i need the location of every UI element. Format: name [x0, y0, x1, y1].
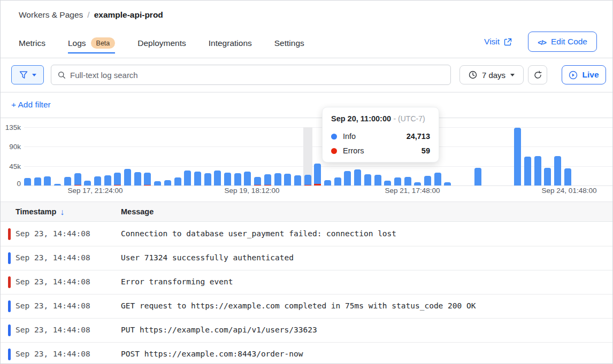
- chart-bar[interactable]: [524, 157, 531, 185]
- chart-bar[interactable]: [64, 177, 71, 185]
- chart-bar[interactable]: [44, 176, 51, 185]
- chart-bar[interactable]: [344, 171, 351, 185]
- bar-error-segment: [254, 185, 261, 186]
- time-range-select[interactable]: 7 days: [459, 65, 524, 84]
- chart-bar[interactable]: [294, 175, 301, 185]
- column-header-timestamp[interactable]: Timestamp ↓: [16, 202, 64, 221]
- breadcrumb-parent[interactable]: Workers & Pages: [19, 10, 83, 20]
- chart-bar[interactable]: [384, 181, 391, 185]
- chart-bar[interactable]: [354, 169, 361, 185]
- edit-code-button[interactable]: </> Edit Code: [528, 32, 597, 52]
- visit-link[interactable]: Visit: [484, 37, 512, 47]
- chart-bar[interactable]: [544, 168, 551, 185]
- chart-bar[interactable]: [164, 180, 171, 185]
- bar-info-segment: [554, 156, 561, 185]
- filter-menu-button[interactable]: [11, 65, 44, 84]
- chart-bar[interactable]: [24, 178, 31, 185]
- chart-bar[interactable]: [364, 174, 371, 185]
- chart-bar[interactable]: [564, 168, 571, 185]
- log-volume-chart: 135k90k45k0Sep 17, 21:24:00Sep 19, 18:12…: [1, 118, 613, 201]
- chart-bar[interactable]: [274, 173, 281, 185]
- log-row[interactable]: Sep 23, 14:44:08POST https://example.com…: [1, 343, 612, 363]
- chart-bar[interactable]: [184, 171, 191, 185]
- chart-bar[interactable]: [514, 128, 521, 185]
- chart-bar[interactable]: [134, 172, 141, 185]
- beta-badge: Beta: [91, 37, 116, 49]
- chart-bar[interactable]: [224, 173, 231, 185]
- chart-bar[interactable]: [144, 173, 151, 185]
- chart-bar[interactable]: [104, 175, 111, 185]
- chart-bar[interactable]: [284, 174, 291, 185]
- log-row[interactable]: Sep 23, 14:44:08PUT https://example.com/…: [1, 319, 612, 343]
- live-button[interactable]: Live: [562, 65, 606, 84]
- log-timestamp: Sep 23, 14:44:08: [16, 326, 90, 334]
- add-filter-button[interactable]: + Add filter: [11, 100, 51, 110]
- chart-bar[interactable]: [374, 175, 381, 185]
- chart-bar[interactable]: [314, 164, 321, 185]
- chart-bar[interactable]: [324, 180, 331, 185]
- chart-bar[interactable]: [204, 173, 211, 185]
- tab-logs[interactable]: LogsBeta: [68, 34, 115, 53]
- live-label: Live: [582, 70, 599, 80]
- bar-info-segment: [414, 182, 421, 185]
- log-message: GET request to https://example.com compl…: [121, 301, 476, 310]
- search-input[interactable]: [70, 71, 444, 80]
- chart-bar[interactable]: [244, 172, 251, 185]
- chart-bar[interactable]: [174, 177, 181, 185]
- y-axis-tick-label: 0: [1, 180, 21, 188]
- chart-bar[interactable]: [84, 181, 91, 185]
- chart-bar[interactable]: [254, 177, 261, 185]
- chart-bar[interactable]: [214, 171, 221, 185]
- chart-bar[interactable]: [444, 182, 451, 185]
- log-row[interactable]: Sep 23, 14:44:08Connection to database u…: [1, 222, 612, 246]
- chart-bar[interactable]: [74, 173, 81, 185]
- chart-bar[interactable]: [424, 176, 431, 185]
- bar-info-segment: [214, 171, 221, 185]
- log-timestamp: Sep 23, 14:44:08: [16, 253, 90, 262]
- edit-code-label: Edit Code: [551, 37, 587, 47]
- bar-info-segment: [44, 176, 51, 185]
- chart-bar[interactable]: [124, 169, 131, 185]
- chevron-down-icon: [510, 74, 515, 76]
- chart-bar[interactable]: [154, 181, 161, 185]
- refresh-button[interactable]: [528, 65, 547, 84]
- y-axis-tick-label: 45k: [1, 162, 21, 170]
- tab-integrations[interactable]: Integrations: [209, 34, 252, 53]
- bar-info-segment: [334, 177, 341, 185]
- column-header-message[interactable]: Message: [121, 202, 154, 221]
- x-axis-line: [24, 185, 613, 186]
- chart-bar[interactable]: [334, 177, 341, 185]
- chart-bar[interactable]: [474, 168, 481, 185]
- log-row[interactable]: Sep 23, 14:44:08GET request to https://e…: [1, 295, 612, 319]
- tab-metrics[interactable]: Metrics: [19, 34, 45, 53]
- breadcrumb-current: example-api-prod: [94, 10, 163, 20]
- chart-bar[interactable]: [234, 173, 241, 185]
- y-axis-tick-label: 90k: [1, 143, 21, 151]
- chart-bar[interactable]: [434, 173, 441, 185]
- tab-label: Settings: [274, 38, 304, 48]
- chart-bar[interactable]: [54, 184, 61, 185]
- tab-settings[interactable]: Settings: [274, 34, 304, 53]
- chart-bar[interactable]: [414, 182, 421, 185]
- chart-bar[interactable]: [534, 156, 541, 185]
- bar-info-segment: [524, 157, 531, 185]
- chart-bar[interactable]: [94, 176, 101, 185]
- timestamp-column-label: Timestamp: [16, 207, 56, 216]
- search-box[interactable]: [51, 65, 451, 85]
- chart-bar[interactable]: [394, 177, 401, 185]
- chart-bar[interactable]: [34, 177, 41, 185]
- chart-bar[interactable]: [194, 172, 201, 185]
- log-row[interactable]: Sep 23, 14:44:08User 71324 successfully …: [1, 246, 612, 270]
- tab-deployments[interactable]: Deployments: [137, 34, 186, 53]
- chart-bar[interactable]: [264, 174, 271, 185]
- bar-info-segment: [324, 180, 331, 185]
- log-row[interactable]: Sep 23, 14:44:08Error transforming event: [1, 270, 612, 295]
- bar-info-segment: [154, 181, 161, 185]
- bar-info-segment: [54, 184, 61, 185]
- sort-descending-icon[interactable]: ↓: [60, 207, 64, 217]
- bar-info-segment: [534, 156, 541, 185]
- chart-bar[interactable]: [114, 173, 121, 185]
- chart-bar[interactable]: [404, 177, 411, 185]
- chart-bar[interactable]: [554, 156, 561, 185]
- chart-bar[interactable]: [304, 175, 311, 185]
